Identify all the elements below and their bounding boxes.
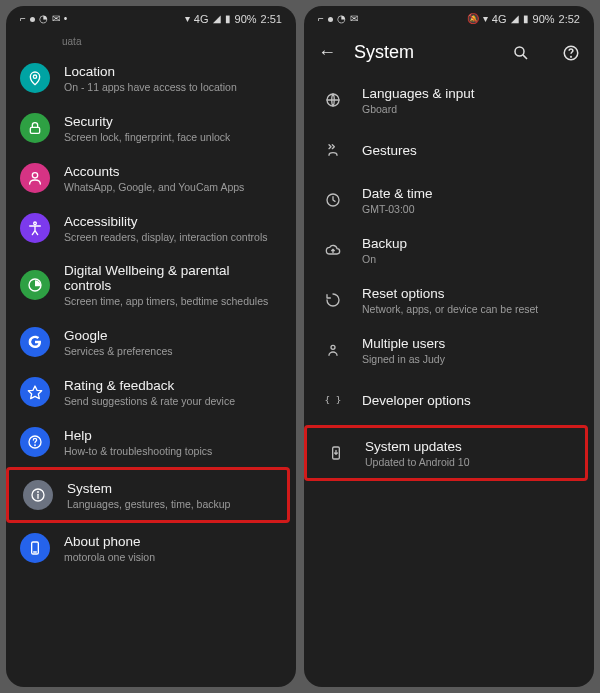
list-item[interactable]: Reset optionsNetwork, apps, or device ca… (304, 275, 588, 325)
statusbar-left: ⌐ ◔ ✉ (318, 14, 358, 24)
list-item[interactable]: Multiple usersSigned in as Judy (304, 325, 588, 375)
row-label: System (67, 481, 230, 496)
svg-point-0 (33, 75, 36, 78)
page-title: System (354, 42, 480, 63)
svg-point-13 (515, 47, 524, 56)
globe-icon (318, 85, 348, 115)
list-item[interactable]: Gestures (304, 125, 588, 175)
row-text: About phonemotorola one vision (64, 534, 155, 563)
back-button[interactable]: ← (318, 42, 336, 63)
clock-time: 2:51 (261, 14, 282, 25)
list-item[interactable]: SecurityScreen lock, fingerprint, face u… (6, 103, 290, 153)
row-text: HelpHow-to & troubleshooting topics (64, 428, 212, 457)
account-icon (20, 163, 50, 193)
search-button[interactable] (512, 44, 530, 62)
row-text: AccessibilityScreen readers, display, in… (64, 214, 268, 243)
phone-right-system: ⌐ ◔ ✉ 🔕 ▾ 4G ◢ ▮ 90% 2:52 ← System Langu… (304, 6, 594, 687)
row-label: Accessibility (64, 214, 268, 229)
phone-icon (20, 533, 50, 563)
row-subtitle: Services & preferences (64, 345, 173, 357)
reset-icon (318, 285, 348, 315)
row-text: Multiple usersSigned in as Judy (362, 336, 445, 365)
row-subtitle: Screen lock, fingerprint, face unlock (64, 131, 230, 143)
list-item[interactable]: About phonemotorola one vision (6, 523, 290, 573)
signal-icon: ◢ (213, 14, 221, 24)
search-icon (512, 44, 530, 62)
more-icon: • (64, 14, 68, 24)
row-subtitle: On - 11 apps have access to location (64, 81, 237, 93)
row-subtitle: Network, apps, or device can be reset (362, 303, 538, 315)
list-item[interactable]: Digital Wellbeing & parental controlsScr… (6, 253, 290, 317)
row-label: Google (64, 328, 173, 343)
row-label: Rating & feedback (64, 378, 235, 393)
row-subtitle: Updated to Android 10 (365, 456, 470, 468)
row-text: Reset optionsNetwork, apps, or device ca… (362, 286, 538, 315)
selection-icon: ⌐ (20, 14, 26, 24)
cloud-up-icon (318, 235, 348, 265)
row-text: SystemLanguages, gestures, time, backup (67, 481, 230, 510)
partial-row-label: uata (6, 32, 296, 47)
row-label: Developer options (362, 393, 471, 408)
network-type: 4G (194, 14, 209, 25)
list-item[interactable]: LocationOn - 11 apps have access to loca… (6, 53, 290, 103)
row-subtitle: Send suggestions & rate your device (64, 395, 235, 407)
row-subtitle: Languages, gestures, time, backup (67, 498, 230, 510)
users-icon (318, 335, 348, 365)
svg-point-3 (34, 222, 37, 225)
selection-icon: ⌐ (318, 14, 324, 24)
battery-percent: 90% (533, 14, 555, 25)
statusbar-right: ▾ 4G ◢ ▮ 90% 2:51 (185, 14, 282, 25)
statusbar: ⌐ ◔ ✉ 🔕 ▾ 4G ◢ ▮ 90% 2:52 (304, 6, 594, 32)
list-item[interactable]: SystemLanguages, gestures, time, backup (6, 467, 290, 523)
row-text: Date & timeGMT-03:00 (362, 186, 433, 215)
svg-point-2 (32, 173, 37, 178)
phone-left-settings: ⌐ ◔ ✉ • ▾ 4G ◢ ▮ 90% 2:51 uata LocationO… (6, 6, 296, 687)
row-label: Gestures (362, 143, 417, 158)
row-label: Date & time (362, 186, 433, 201)
svg-point-16 (571, 56, 572, 57)
statusbar-left: ⌐ ◔ ✉ • (20, 14, 67, 24)
row-text: BackupOn (362, 236, 407, 265)
messenger-icon: ◔ (39, 14, 48, 24)
settings-list[interactable]: LocationOn - 11 apps have access to loca… (6, 47, 296, 687)
system-list[interactable]: Languages & inputGboardGesturesDate & ti… (304, 69, 594, 687)
svg-text:{ }: { } (325, 394, 341, 405)
list-item[interactable]: AccountsWhatsApp, Google, and YouCam App… (6, 153, 290, 203)
chat-icon: ✉ (350, 14, 358, 24)
row-label: About phone (64, 534, 155, 549)
messenger-icon: ◔ (337, 14, 346, 24)
notification-dot-icon (30, 17, 35, 22)
list-item[interactable]: Date & timeGMT-03:00 (304, 175, 588, 225)
list-item[interactable]: AccessibilityScreen readers, display, in… (6, 203, 290, 253)
list-item[interactable]: Rating & feedbackSend suggestions & rate… (6, 367, 290, 417)
row-subtitle: Gboard (362, 103, 475, 115)
row-text: GoogleServices & preferences (64, 328, 173, 357)
list-item[interactable]: System updatesUpdated to Android 10 (304, 425, 588, 481)
row-text: Gestures (362, 143, 417, 158)
statusbar-right: 🔕 ▾ 4G ◢ ▮ 90% 2:52 (467, 14, 580, 25)
list-item[interactable]: Languages & inputGboard (304, 75, 588, 125)
list-item[interactable]: HelpHow-to & troubleshooting topics (6, 417, 290, 467)
google-icon (20, 327, 50, 357)
info-icon (23, 480, 53, 510)
svg-rect-1 (30, 127, 39, 133)
help-button[interactable] (562, 44, 580, 62)
row-text: SecurityScreen lock, fingerprint, face u… (64, 114, 230, 143)
list-item[interactable]: GoogleServices & preferences (6, 317, 290, 367)
row-text: Languages & inputGboard (362, 86, 475, 115)
row-subtitle: Screen readers, display, interaction con… (64, 231, 268, 243)
network-type: 4G (492, 14, 507, 25)
help-icon (20, 427, 50, 457)
braces-icon: { } (318, 385, 348, 415)
svg-point-7 (35, 445, 36, 446)
chat-icon: ✉ (52, 14, 60, 24)
row-subtitle: Screen time, app timers, bedtime schedul… (64, 295, 280, 307)
battery-icon: ▮ (523, 14, 529, 24)
row-subtitle: GMT-03:00 (362, 203, 433, 215)
svg-point-10 (38, 492, 39, 493)
wellbeing-icon (20, 270, 50, 300)
update-phone-icon (321, 438, 351, 468)
list-item[interactable]: BackupOn (304, 225, 588, 275)
row-label: Help (64, 428, 212, 443)
list-item[interactable]: { }Developer options (304, 375, 588, 425)
